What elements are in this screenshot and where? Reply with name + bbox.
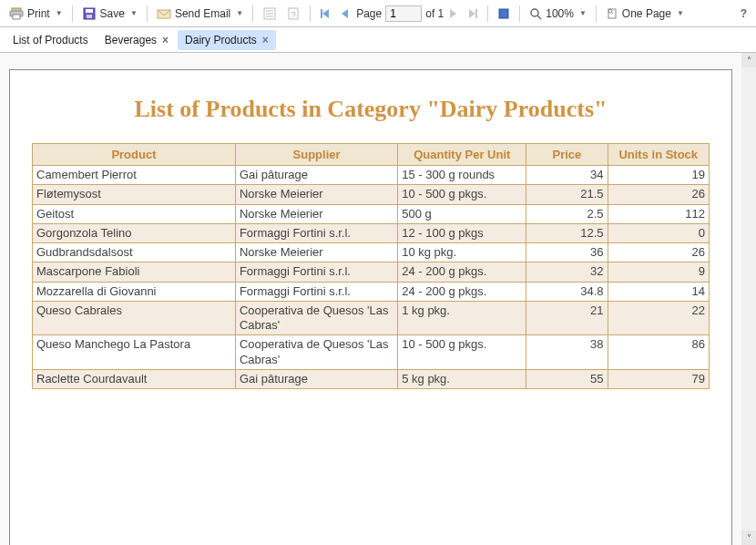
table-row: Gorgonzola TelinoFormaggi Fortini s.r.l.… (33, 223, 710, 242)
scroll-up-icon[interactable]: ˄ (741, 53, 756, 67)
cell-product: Queso Cabrales (33, 301, 236, 335)
cell-product: Camembert Pierrot (33, 166, 236, 185)
print-icon (9, 6, 24, 21)
tab-dairy-products[interactable]: Dairy Products × (178, 30, 276, 50)
svg-marker-13 (322, 9, 329, 18)
table-row: Mozzarella di GiovanniFormaggi Fortini s… (33, 282, 710, 301)
cell-qpu: 10 kg pkg. (398, 243, 526, 262)
cell-product: Fløtemysost (33, 185, 236, 204)
svg-rect-2 (13, 15, 20, 19)
zoom-label: 100% (546, 7, 574, 20)
help-button[interactable]: ? (737, 5, 751, 23)
cell-stock: 14 (608, 282, 709, 301)
table-row: Mascarpone FabioliFormaggi Fortini s.r.l… (33, 262, 710, 282)
cell-stock: 9 (608, 262, 709, 282)
cell-supplier: Formaggi Fortini s.r.l. (235, 223, 397, 242)
cell-supplier: Norske Meierier (235, 243, 397, 262)
tab-list-of-products[interactable]: List of Products (5, 30, 96, 50)
print-button[interactable]: Print ▼ (5, 4, 66, 24)
cell-supplier: Formaggi Fortini s.r.l. (235, 282, 397, 301)
cell-price: 2.5 (526, 204, 608, 223)
whole-page-button[interactable] (494, 5, 514, 23)
chevron-down-icon: ▼ (579, 9, 587, 17)
col-product: Product (33, 144, 236, 166)
svg-marker-17 (469, 9, 475, 18)
table-row: Queso CabralesCooperativa de Quesos 'Las… (33, 301, 710, 335)
svg-rect-4 (86, 9, 93, 13)
tabbar: List of Products Beverages × Dairy Produ… (0, 27, 756, 53)
separator (519, 5, 520, 22)
tab-label: Dairy Products (185, 34, 257, 46)
page-layout-icon (606, 7, 618, 20)
report-title: List of Products in Category "Dairy Prod… (32, 96, 710, 123)
separator (252, 5, 253, 22)
scroll-down-icon[interactable]: ˅ (741, 530, 756, 545)
zoom-button[interactable]: 100% ▼ (526, 5, 590, 23)
first-page-icon (320, 8, 331, 19)
cell-supplier: Cooperativa de Quesos 'Las Cabras' (235, 335, 397, 370)
separator (147, 5, 148, 22)
svg-text:?: ? (291, 10, 296, 19)
cell-qpu: 1 kg pkg. (398, 301, 526, 335)
svg-line-21 (537, 15, 541, 19)
toolbar: Print ▼ Save ▼ Send Email ▼ ? Page of 1 (0, 0, 756, 27)
cell-stock: 19 (608, 166, 709, 185)
cell-stock: 79 (608, 369, 709, 388)
report-page: List of Products in Category "Dairy Prod… (9, 69, 732, 545)
help-label: ? (741, 7, 747, 20)
one-page-label: One Page (622, 7, 671, 20)
cell-stock: 26 (608, 185, 709, 204)
cell-supplier: Cooperativa de Quesos 'Las Cabras' (235, 301, 397, 335)
first-page-button[interactable] (316, 5, 334, 22)
svg-point-20 (531, 9, 538, 16)
svg-rect-19 (499, 9, 508, 18)
svg-marker-16 (450, 9, 456, 18)
cell-stock: 26 (608, 243, 709, 262)
next-page-icon (449, 8, 458, 19)
print-label: Print (27, 7, 50, 20)
next-page-button[interactable] (445, 5, 462, 22)
scrollbar[interactable]: ˄ ˅ (741, 53, 756, 545)
send-email-button[interactable]: Send Email ▼ (153, 4, 247, 24)
chevron-down-icon: ▼ (236, 9, 243, 17)
col-qpu: Quantity Per Unit (398, 144, 526, 166)
one-page-button[interactable]: One Page ▼ (602, 5, 688, 23)
cell-stock: 86 (608, 335, 709, 370)
cell-supplier: Gai pâturage (235, 166, 397, 185)
cell-supplier: Norske Meierier (235, 185, 397, 204)
last-page-button[interactable] (464, 5, 482, 22)
separator (310, 5, 311, 22)
prev-page-button[interactable] (336, 5, 352, 22)
close-icon[interactable]: × (162, 34, 169, 46)
cell-price: 55 (526, 369, 608, 388)
svg-rect-14 (321, 9, 322, 18)
cell-price: 34.8 (526, 282, 608, 301)
parameters-button[interactable] (259, 4, 281, 24)
table-row: FløtemysostNorske Meierier10 - 500 g pkg… (33, 185, 710, 204)
close-icon[interactable]: × (262, 34, 269, 46)
table-row: Camembert PierrotGai pâturage15 - 300 g … (33, 166, 710, 185)
toggle-doc-map-button[interactable]: ? (282, 4, 304, 24)
cell-qpu: 12 - 100 g pkgs (398, 223, 526, 242)
chevron-down-icon: ▼ (56, 9, 63, 17)
cell-stock: 22 (608, 301, 709, 335)
cell-product: Gorgonzola Telino (33, 223, 236, 242)
tab-beverages[interactable]: Beverages × (97, 30, 176, 50)
cell-price: 21.5 (526, 185, 608, 204)
cell-qpu: 500 g (398, 204, 526, 223)
zoom-icon (529, 7, 542, 20)
page-input[interactable] (385, 5, 422, 22)
tab-label: Beverages (105, 34, 157, 46)
cell-product: Queso Manchego La Pastora (33, 335, 236, 370)
separator (72, 5, 73, 22)
table-row: GudbrandsdalsostNorske Meierier10 kg pkg… (33, 243, 710, 262)
report-table: Product Supplier Quantity Per Unit Price… (32, 143, 710, 389)
cell-price: 38 (526, 335, 608, 370)
cell-qpu: 5 kg pkg. (398, 369, 526, 388)
cell-supplier: Gai pâturage (235, 369, 397, 388)
cell-qpu: 24 - 200 g pkgs. (398, 262, 526, 282)
save-button[interactable]: Save ▼ (78, 4, 141, 24)
cell-price: 34 (526, 166, 608, 185)
prev-page-icon (340, 8, 349, 19)
table-row: Queso Manchego La PastoraCooperativa de … (33, 335, 710, 370)
